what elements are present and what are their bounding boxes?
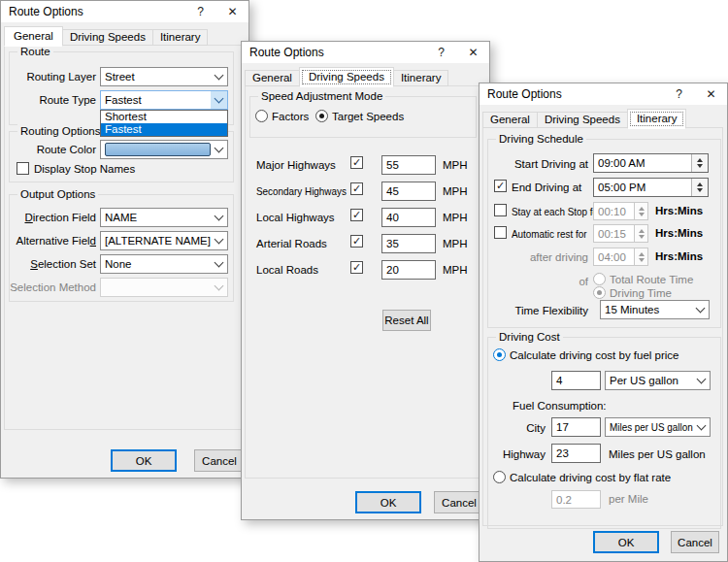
tab-itinerary[interactable]: Itinerary	[152, 29, 209, 46]
chevron-down-icon[interactable]	[211, 141, 227, 158]
selection-set-combo[interactable]: None	[100, 254, 228, 274]
factors-radio[interactable]	[255, 110, 268, 122]
tab-driving-speeds[interactable]: Driving Speeds	[537, 112, 628, 128]
direction-field-combo[interactable]: NAME	[100, 208, 228, 227]
highway-mpg-input[interactable]	[551, 444, 601, 463]
dropdown-option-shortest[interactable]: Shortest	[101, 111, 227, 123]
close-icon[interactable]: ✕	[695, 83, 727, 105]
display-stop-names-checkbox[interactable]	[17, 162, 29, 175]
spin-down-icon	[639, 235, 645, 239]
chevron-down-icon[interactable]	[693, 418, 710, 436]
end-driving-checkbox[interactable]: ✓	[494, 180, 507, 192]
tab-strip: General Driving Speeds Itinerary	[482, 107, 685, 128]
city-mpg-input[interactable]	[551, 417, 601, 437]
spin-down-icon[interactable]	[697, 164, 703, 168]
reset-all-button[interactable]: Reset All	[382, 310, 431, 331]
ok-button[interactable]: OK	[111, 449, 177, 472]
speed-value-input[interactable]	[381, 182, 436, 201]
title-bar[interactable]: Route Options ? ✕	[1, 1, 248, 22]
selection-set-label: Selection Set	[1, 257, 96, 271]
stay-at-stop-checkbox[interactable]	[494, 204, 507, 216]
direction-field-value: NAME	[101, 212, 211, 223]
tab-driving-speeds[interactable]: Driving Speeds	[299, 67, 394, 87]
city-label: City	[480, 421, 546, 435]
label-accel: d	[90, 235, 96, 247]
tab-itinerary[interactable]: Itinerary	[393, 70, 449, 86]
chevron-down-icon[interactable]	[211, 209, 227, 226]
help-icon[interactable]: ?	[425, 42, 457, 63]
time-flexibility-combo[interactable]: 15 Minutes	[600, 300, 710, 319]
tab-itinerary[interactable]: Itinerary	[627, 109, 687, 129]
cancel-button[interactable]: Cancel	[434, 491, 484, 513]
flat-rate-unit-label: per Mile	[609, 492, 648, 506]
close-icon[interactable]: ✕	[216, 1, 248, 22]
fuel-price-radio[interactable]	[493, 348, 506, 361]
speed-row-checkbox[interactable]: ✓	[350, 235, 363, 248]
direction-field-label: Direction Field	[1, 211, 96, 224]
fuel-price-unit-combo[interactable]: Per US gallon	[605, 371, 711, 390]
tab-general[interactable]: General	[482, 112, 538, 128]
fuel-price-input[interactable]	[551, 371, 601, 390]
flat-rate-input	[551, 490, 601, 509]
spin-up-icon[interactable]	[697, 182, 703, 186]
selection-method-label: Selection Method	[1, 281, 96, 294]
routing-layer-label: Routing Layer	[1, 70, 96, 83]
target-speeds-radio[interactable]	[315, 110, 328, 122]
spin-down-icon[interactable]	[697, 188, 703, 192]
tab-general[interactable]: General	[4, 26, 63, 47]
spinner-control[interactable]	[691, 179, 708, 196]
spinner-control	[634, 224, 648, 243]
speed-value-input[interactable]	[381, 260, 436, 280]
route-color-combo[interactable]	[100, 140, 228, 159]
target-speeds-label: Target Speeds	[332, 110, 404, 123]
speed-unit-label: MPH	[443, 211, 468, 224]
speed-row-checkbox[interactable]: ✓	[350, 209, 363, 221]
speed-value-input[interactable]	[381, 155, 436, 175]
chevron-down-icon[interactable]	[692, 301, 709, 318]
spinner-control[interactable]	[691, 154, 708, 172]
cancel-button[interactable]: Cancel	[671, 531, 719, 553]
speed-value-input[interactable]	[381, 234, 436, 253]
speed-row-checkbox[interactable]: ✓	[350, 156, 363, 169]
spin-up-icon	[639, 229, 645, 233]
speed-value-input[interactable]	[381, 208, 436, 227]
close-icon[interactable]: ✕	[457, 42, 489, 63]
route-type-dropdown-list: Shortest Fastest	[100, 110, 228, 137]
chevron-down-icon[interactable]	[211, 91, 227, 109]
tab-general[interactable]: General	[245, 70, 300, 86]
dropdown-option-fastest[interactable]: Fastest	[101, 123, 227, 136]
routing-layer-combo[interactable]: Street	[100, 67, 228, 86]
alternative-field-combo[interactable]: [ALTERNATE NAME]	[100, 231, 228, 250]
start-driving-time-field[interactable]: 09:00 AM	[593, 153, 709, 173]
route-type-combo[interactable]: Fastest	[100, 90, 228, 110]
tab-strip: General Driving Speeds Itinerary	[245, 65, 447, 86]
flat-rate-radio-label: Calculate driving cost by flat rate	[510, 471, 671, 484]
driving-time-radio	[593, 286, 606, 299]
cancel-button[interactable]: Cancel	[194, 449, 245, 472]
title-bar[interactable]: Route Options ? ✕	[480, 83, 727, 105]
chevron-down-icon[interactable]	[211, 68, 227, 85]
speed-row-checkbox[interactable]: ✓	[350, 261, 363, 274]
stay-duration-value: 00:10	[598, 205, 626, 218]
factors-label: Factors	[272, 110, 309, 123]
rest-duration-value: 00:15	[598, 227, 626, 241]
route-color-label: Route Color	[1, 143, 96, 156]
end-driving-time-field[interactable]: 05:00 PM	[593, 178, 709, 197]
chevron-down-icon[interactable]	[211, 232, 227, 249]
chevron-down-icon[interactable]	[211, 255, 227, 273]
title-bar[interactable]: Route Options ? ✕	[242, 42, 489, 63]
alternative-field-value: [ALTERNATE NAME]	[101, 235, 211, 247]
speed-row-checkbox[interactable]: ✓	[350, 182, 363, 195]
ok-button[interactable]: OK	[355, 491, 421, 513]
city-unit-combo[interactable]: Miles per US gallon	[605, 417, 711, 437]
flat-rate-radio[interactable]	[493, 471, 506, 483]
chevron-down-icon[interactable]	[693, 372, 710, 389]
spin-up-icon	[639, 207, 645, 211]
spin-up-icon[interactable]	[697, 158, 703, 162]
tab-driving-speeds[interactable]: Driving Speeds	[62, 29, 153, 46]
automatic-rest-checkbox[interactable]	[494, 226, 507, 239]
help-icon[interactable]: ?	[663, 83, 695, 105]
help-icon[interactable]: ?	[184, 1, 216, 22]
ok-button[interactable]: OK	[593, 531, 659, 553]
route-options-dialog-itinerary: Route Options ? ✕ General Driving Speeds…	[479, 83, 728, 562]
